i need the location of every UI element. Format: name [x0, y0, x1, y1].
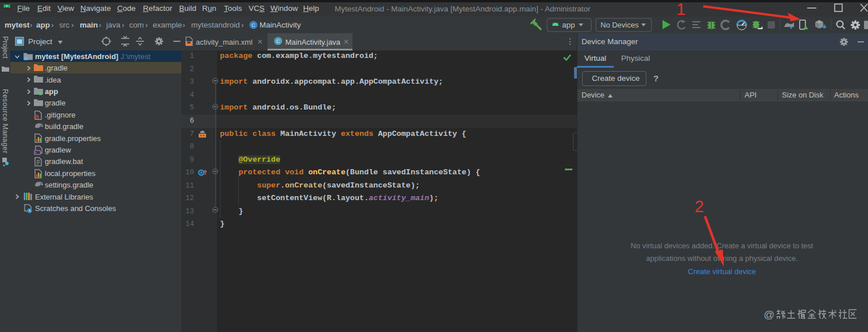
svg-text:app: app	[562, 21, 575, 29]
svg-text:No Devices: No Devices	[600, 21, 639, 29]
svg-text:C: C	[276, 38, 280, 44]
svg-text:▸_: ▸_	[35, 151, 39, 155]
svg-text:C: C	[251, 22, 255, 28]
